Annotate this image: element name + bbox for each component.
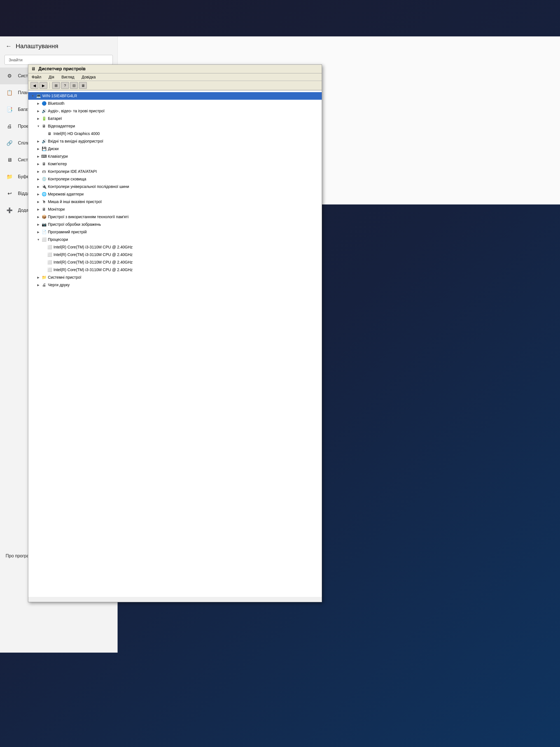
network-icon: 🌐 [41, 192, 47, 197]
intel-graphics-icon: 🖥 [47, 132, 52, 136]
vidda-icon: ↩ [6, 190, 14, 198]
tree-imaging[interactable]: ▶ 📷 Пристрої обробки зображень [28, 221, 322, 228]
tree-keyboards[interactable]: ▶ ⌨ Клавіатури [28, 153, 322, 160]
tree-usb[interactable]: ▶ 🔌 Контролери універсальної послідовної… [28, 183, 322, 190]
tree-cpu-2[interactable]: ⬜ Intel(R) Core(TM) i3-3110M CPU @ 2.40G… [28, 251, 322, 259]
proe-icon: 🖨 [6, 122, 14, 130]
intel-graphics-label: Intel(R) HD Graphics 4000 [53, 131, 100, 137]
cpu-1-label: Intel(R) Core(TM) i3-3110M CPU @ 2.40GHz [53, 244, 133, 250]
tree-root[interactable]: ▼ 💻 WIN-1SIE4BFG4LR [28, 92, 322, 100]
toolbar-monitor[interactable]: 🖥 [79, 82, 87, 89]
display-label: Відеоадаптери [48, 123, 75, 129]
disks-icon: 💾 [41, 147, 47, 151]
tree-network[interactable]: ▶ 🌐 Мережеві адаптери [28, 190, 322, 198]
menu-help[interactable]: Довідка [81, 74, 97, 80]
bufe-icon: 📁 [6, 173, 14, 181]
disks-label: Диски [48, 146, 58, 152]
expand-system-devices: ▶ [36, 275, 41, 280]
tree-system-devices[interactable]: ▶ 📁 Системні пристрої [28, 274, 322, 281]
cpu-2-icon: ⬜ [47, 253, 52, 257]
bluetooth-label: Bluetooth [48, 101, 64, 106]
toolbar-other[interactable]: ⊟ [70, 82, 78, 89]
audio-io-label: Вхідні та вихідні аудіопристрої [48, 138, 103, 144]
menu-action[interactable]: Дія [47, 74, 55, 80]
tree-monitors[interactable]: ▶ 🖥 Монітори [28, 206, 322, 213]
print-queues-label: Черги друку [48, 282, 70, 288]
back-button[interactable]: ← [6, 43, 12, 50]
tree-intel-graphics[interactable]: 🖥 Intel(R) HD Graphics 4000 [28, 130, 322, 137]
cpu-3-icon: ⬜ [47, 260, 52, 265]
cpu-3-label: Intel(R) Core(TM) i3-3110M CPU @ 2.40GHz [53, 259, 133, 265]
toolbar-help[interactable]: ? [61, 82, 69, 89]
sidebar-item-label: Прое [18, 124, 29, 129]
tree-software-dev[interactable]: ▶ 📄 Програмний пристрій [28, 228, 322, 236]
toolbar-properties[interactable]: ⊞ [52, 82, 60, 89]
ide-label: Контролери IDE ATA/ATAPI [48, 169, 97, 175]
toolbar-forward[interactable]: ▶ [39, 82, 47, 89]
toolbar-back[interactable]: ◀ [30, 82, 38, 89]
expand-usb: ▶ [36, 185, 41, 189]
tree-storage[interactable]: ▶ 💿 Контролери сховища [28, 175, 322, 183]
sidebar-item-label: Дода [18, 208, 29, 213]
tree-audio[interactable]: ▶ 🔊 Аудіо-, відео- та ігрові пристрої [28, 107, 322, 115]
print-queues-icon: 🖨 [41, 283, 47, 287]
expand-display: ▼ [36, 124, 41, 129]
tree-mem-tech[interactable]: ▶ 📦 Пристрої з використанням технології … [28, 213, 322, 221]
tree-display[interactable]: ▼ 🖥 Відеоадаптери [28, 122, 322, 130]
device-manager-window: 🖥 Диспетчер пристроїв Файл Дія Вигляд До… [28, 65, 322, 602]
toolbar-sep1 [50, 82, 50, 88]
bluetooth-icon: 🔵 [41, 101, 47, 106]
dm-menubar: Файл Дія Вигляд Довідка [28, 73, 322, 81]
expand-root: ▼ [30, 94, 35, 98]
tree-print-queues[interactable]: ▶ 🖨 Черги друку [28, 281, 322, 289]
cpu-4-label: Intel(R) Core(TM) i3-3110M CPU @ 2.40GHz [53, 267, 133, 273]
plan-icon: 📋 [6, 89, 14, 97]
mouse-label: Миша й інші вказівні пристрої [48, 199, 102, 205]
software-dev-icon: 📄 [41, 230, 47, 234]
expand-cpu-4 [42, 268, 46, 272]
expand-mouse: ▶ [36, 200, 41, 204]
ide-icon: 🗃 [41, 170, 47, 174]
tree-mouse[interactable]: ▶ 🖱 Миша й інші вказівні пристрої [28, 198, 322, 206]
usb-icon: 🔌 [41, 185, 47, 189]
dm-toolbar: ◀ ▶ ⊞ ? ⊟ 🖥 [28, 81, 322, 91]
tree-cpu-1[interactable]: ⬜ Intel(R) Core(TM) i3-3110M CPU @ 2.40G… [28, 243, 322, 251]
expand-ide: ▶ [36, 170, 41, 174]
expand-intel-graphics [42, 132, 46, 136]
processors-label: Процесори [48, 237, 68, 242]
sidebar-item-label: Багат [18, 107, 29, 112]
computer-label: Комп'ютер [48, 161, 67, 167]
expand-disks: ▶ [36, 147, 41, 151]
tree-cpu-3[interactable]: ⬜ Intel(R) Core(TM) i3-3110M CPU @ 2.40G… [28, 259, 322, 266]
expand-network: ▶ [36, 192, 41, 197]
menu-file[interactable]: Файл [30, 74, 42, 80]
tree-disks[interactable]: ▶ 💾 Диски [28, 145, 322, 153]
sistema-icon: ⚙ [6, 72, 14, 80]
audio-io-icon: 🔊 [41, 139, 47, 144]
expand-audio-io: ▶ [36, 139, 41, 144]
keyboards-icon: ⌨ [41, 154, 47, 159]
tree-battery[interactable]: ▶ 🔋 Батареї [28, 115, 322, 122]
tree-audio-io[interactable]: ▶ 🔊 Вхідні та вихідні аудіопристрої [28, 137, 322, 145]
tree-processors[interactable]: ▼ ⬜ Процесори [28, 236, 322, 243]
settings-search-box[interactable]: Знайти [4, 55, 113, 65]
syst-icon: 🖥 [6, 156, 14, 164]
tree-bluetooth[interactable]: ▶ 🔵 Bluetooth [28, 100, 322, 107]
tree-computer[interactable]: ▶ 🖥 Комп'ютер [28, 160, 322, 168]
dm-titlebar: 🖥 Диспетчер пристроїв [28, 65, 322, 73]
imaging-icon: 📷 [41, 223, 47, 227]
system-devices-label: Системні пристрої [48, 275, 81, 280]
expand-monitors: ▶ [36, 207, 41, 212]
sidebar-item-label: Буфе [18, 174, 29, 179]
expand-software-dev: ▶ [36, 230, 41, 234]
expand-imaging: ▶ [36, 223, 41, 227]
menu-view[interactable]: Вигляд [60, 74, 76, 80]
tree-cpu-4[interactable]: ⬜ Intel(R) Core(TM) i3-3110M CPU @ 2.40G… [28, 266, 322, 274]
monitors-icon: 🖥 [41, 207, 47, 212]
expand-cpu-1 [42, 245, 46, 250]
imaging-label: Пристрої обробки зображень [48, 222, 101, 227]
mouse-icon: 🖱 [41, 200, 47, 204]
expand-storage: ▶ [36, 177, 41, 181]
tree-ide[interactable]: ▶ 🗃 Контролери IDE ATA/ATAPI [28, 168, 322, 175]
expand-battery: ▶ [36, 117, 41, 121]
